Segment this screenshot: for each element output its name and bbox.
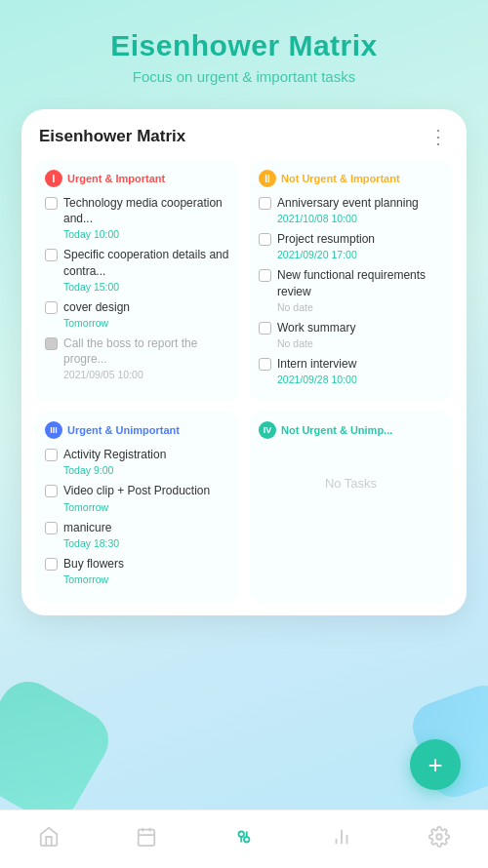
task-checkbox[interactable]	[45, 522, 58, 534]
task-date: Today 18:30	[63, 537, 229, 549]
task-name: Call the boss to report the progre...	[63, 335, 229, 367]
quadrant-4-header: IV Not Urgent & Unimp...	[259, 421, 443, 439]
task-date: Today 15:00	[63, 281, 229, 293]
task-item: cover design Tomorrow	[45, 299, 229, 329]
quadrant-3-label: Urgent & Unimportant	[67, 424, 180, 436]
quadrant-urgent-unimportant: III Urgent & Unimportant Activity Regist…	[35, 412, 239, 602]
task-name: Buy flowers	[63, 556, 229, 572]
nav-stats[interactable]	[331, 826, 352, 853]
task-checkbox[interactable]	[45, 449, 58, 461]
task-name: Video clip + Post Production	[63, 483, 229, 498]
task-date: 2021/10/08 10:00	[277, 213, 443, 224]
bottom-navigation	[0, 809, 488, 868]
task-name: cover design	[63, 299, 229, 315]
svg-point-5	[244, 837, 250, 843]
task-date: 2021/09/28 10:00	[277, 374, 443, 385]
nav-matrix[interactable]	[233, 826, 255, 853]
task-name: Specific cooperation details and contra.…	[63, 247, 229, 278]
task-item: Call the boss to report the progre... 20…	[45, 335, 229, 380]
task-item: Activity Registration Today 9:00	[45, 447, 229, 476]
quadrant-2-icon: II	[259, 170, 276, 187]
task-checkbox[interactable]	[259, 269, 271, 282]
nav-calendar[interactable]	[136, 826, 157, 853]
task-checkbox[interactable]	[45, 197, 58, 210]
quadrant-not-urgent-unimportant: IV Not Urgent & Unimp... No Tasks	[249, 412, 453, 602]
task-item: Buy flowers Tomorrow	[45, 556, 229, 585]
task-content: Anniversary event planning 2021/10/08 10…	[277, 195, 443, 224]
task-checkbox[interactable]	[259, 233, 271, 246]
task-content: New functional requirements review No da…	[277, 267, 443, 312]
nav-settings[interactable]	[428, 826, 450, 853]
task-name: Technology media cooperation and...	[63, 195, 229, 226]
task-date: Tomorrow	[63, 317, 229, 329]
quadrant-2-label: Not Urgent & Important	[281, 173, 400, 184]
task-item: Specific cooperation details and contra.…	[45, 247, 229, 292]
empty-state: No Tasks	[259, 447, 443, 510]
task-content: Video clip + Post Production Tomorrow	[63, 483, 229, 512]
task-checkbox[interactable]	[45, 485, 58, 497]
task-item: Technology media cooperation and... Toda…	[45, 195, 229, 240]
nav-home[interactable]	[38, 826, 60, 853]
settings-icon	[428, 826, 450, 853]
quadrant-1-header: I Urgent & Important	[45, 170, 229, 187]
task-date: Today 9:00	[63, 464, 229, 476]
quadrant-2-header: II Not Urgent & Important	[259, 170, 443, 187]
task-checkbox[interactable]	[259, 358, 271, 371]
quadrants-grid: I Urgent & Important Technology media co…	[35, 160, 453, 602]
task-name: manicure	[63, 520, 229, 535]
quadrant-4-label: Not Urgent & Unimp...	[281, 424, 392, 436]
task-name: Activity Registration	[63, 447, 229, 462]
home-icon	[38, 826, 60, 853]
fab-add-button[interactable]: +	[410, 739, 461, 790]
task-item: New functional requirements review No da…	[259, 267, 443, 312]
card-menu-button[interactable]: ⋮	[428, 125, 449, 148]
fab-plus-icon: +	[427, 752, 442, 777]
task-date: 2021/09/05 10:00	[63, 369, 229, 380]
task-item: Intern interview 2021/09/28 10:00	[259, 356, 443, 385]
task-name: Work summary	[277, 320, 443, 335]
task-item: manicure Today 18:30	[45, 520, 229, 549]
task-checkbox[interactable]	[45, 249, 58, 261]
quadrant-not-urgent-important: II Not Urgent & Important Anniversary ev…	[249, 160, 453, 402]
task-name: New functional requirements review	[277, 267, 443, 298]
calendar-icon	[136, 826, 157, 853]
quadrant-4-icon: IV	[259, 421, 276, 439]
task-content: cover design Tomorrow	[63, 299, 229, 329]
task-item: Work summary No date	[259, 320, 443, 349]
task-checkbox[interactable]	[45, 558, 58, 571]
task-content: Activity Registration Today 9:00	[63, 447, 229, 476]
task-checkbox[interactable]	[259, 322, 271, 335]
task-content: Specific cooperation details and contra.…	[63, 247, 229, 292]
task-content: Call the boss to report the progre... 20…	[63, 335, 229, 380]
task-name: Intern interview	[277, 356, 443, 372]
task-date: 2021/09/20 17:00	[277, 249, 443, 260]
task-date: Today 10:00	[63, 228, 229, 240]
quadrant-3-header: III Urgent & Unimportant	[45, 421, 229, 439]
page-title: Eisenhower Matrix	[20, 29, 468, 62]
task-name: Anniversary event planning	[277, 195, 443, 211]
card-title: Eisenhower Matrix	[39, 127, 185, 146]
card-header: Eisenhower Matrix ⋮	[35, 125, 453, 148]
task-content: Intern interview 2021/09/28 10:00	[277, 356, 443, 385]
quadrant-1-icon: I	[45, 170, 62, 187]
task-checkbox[interactable]	[45, 301, 58, 314]
task-content: Buy flowers Tomorrow	[63, 556, 229, 585]
matrix-icon	[233, 826, 255, 853]
svg-point-4	[239, 831, 245, 837]
task-item: Project resumption 2021/09/20 17:00	[259, 231, 443, 260]
svg-rect-0	[139, 829, 155, 846]
bg-decoration-left	[0, 671, 119, 831]
task-checkbox[interactable]	[45, 337, 58, 350]
task-checkbox[interactable]	[259, 197, 271, 210]
quadrant-3-icon: III	[45, 421, 62, 439]
quadrant-urgent-important: I Urgent & Important Technology media co…	[35, 160, 239, 402]
task-content: Technology media cooperation and... Toda…	[63, 195, 229, 240]
task-content: manicure Today 18:30	[63, 520, 229, 549]
task-item: Anniversary event planning 2021/10/08 10…	[259, 195, 443, 224]
task-date: No date	[277, 337, 443, 349]
stats-icon	[331, 826, 352, 853]
task-item: Video clip + Post Production Tomorrow	[45, 483, 229, 512]
task-content: Work summary No date	[277, 320, 443, 349]
task-content: Project resumption 2021/09/20 17:00	[277, 231, 443, 260]
task-date: Tomorrow	[63, 501, 229, 513]
